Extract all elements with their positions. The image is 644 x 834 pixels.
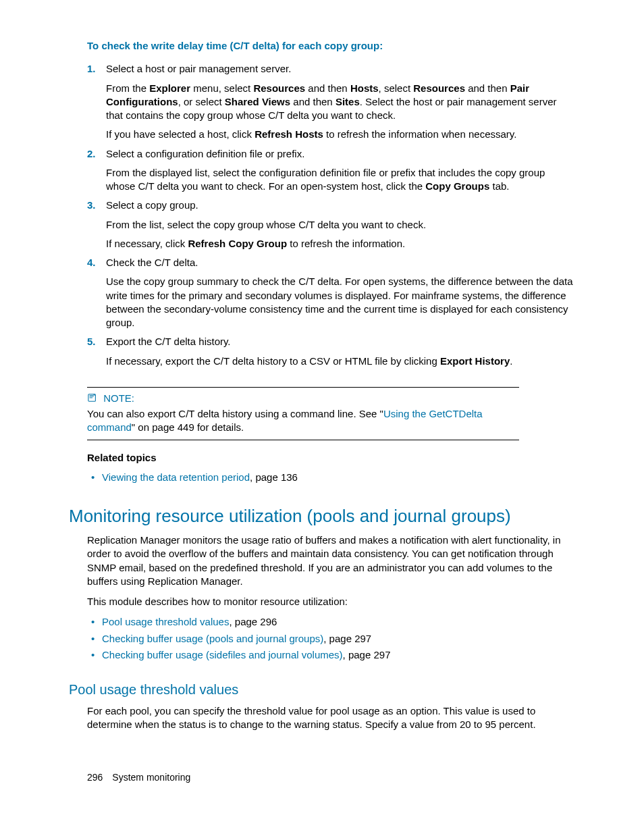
related-topics-heading: Related topics: [87, 451, 575, 465]
step-lead: Export the C/T delta history.: [106, 335, 575, 348]
heading-monitoring-resource-utilization: Monitoring resource utilization (pools a…: [69, 504, 575, 528]
bold-term: Copy Groups: [425, 180, 489, 192]
steps-list: 1.Select a host or pair management serve…: [87, 62, 575, 368]
step-number: 5.: [87, 335, 96, 348]
bold-term: Shared Views: [225, 96, 290, 107]
list-item: Pool usage threshold values, page 296: [87, 615, 575, 629]
step-item: 5.Export the C/T delta history.If necess…: [87, 335, 575, 368]
step-paragraph: If necessary, export the C/T delta histo…: [106, 355, 575, 368]
bold-term: Resources: [413, 82, 465, 94]
step-item: 3.Select a copy group.From the list, sel…: [87, 199, 575, 251]
step-paragraph: From the Explorer menu, select Resources…: [106, 82, 575, 123]
list-item: Checking buffer usage (pools and journal…: [87, 632, 575, 646]
note-text-pre: You can also export C/T delta history us…: [87, 408, 383, 419]
step-lead: Check the C/T delta.: [106, 256, 575, 269]
step-paragraph: Use the copy group summary to check the …: [106, 275, 575, 330]
bold-term: Explorer: [149, 82, 190, 94]
step-paragraph: From the displayed list, select the conf…: [106, 166, 575, 194]
step-item: 4.Check the C/T delta.Use the copy group…: [87, 256, 575, 330]
toc-link[interactable]: Checking buffer usage (pools and journal…: [102, 633, 323, 644]
step-item: 1.Select a host or pair management serve…: [87, 62, 575, 141]
bold-term: Hosts: [350, 82, 379, 94]
module-toc-list: Pool usage threshold values, page 296Che…: [87, 615, 575, 662]
related-link[interactable]: Viewing the data retention period: [102, 471, 250, 483]
procedure-heading: To check the write delay time (C/T delta…: [87, 39, 575, 53]
toc-link[interactable]: Pool usage threshold values: [102, 616, 229, 627]
bold-term: Refresh Copy Group: [188, 238, 287, 249]
step-number: 2.: [87, 147, 96, 161]
step-number: 1.: [87, 62, 96, 76]
note-rule-bottom: [87, 440, 519, 440]
heading-pool-usage-threshold: Pool usage threshold values: [69, 681, 575, 699]
step-number: 4.: [87, 256, 96, 269]
bold-term: Sites: [336, 96, 360, 107]
body-text: This module describes how to monitor res…: [87, 595, 575, 608]
step-paragraph: If you have selected a host, click Refre…: [106, 128, 575, 141]
step-paragraph: From the list, select the copy group who…: [106, 218, 575, 232]
step-number: 3.: [87, 199, 96, 212]
bold-term: Export History: [440, 355, 510, 367]
bold-term: Resources: [253, 82, 305, 94]
note-text-post: " on page 449 for details.: [132, 421, 244, 433]
step-lead: Select a copy group.: [106, 199, 575, 212]
page-number: 296: [87, 772, 103, 783]
step-lead: Select a host or pair management server.: [106, 62, 575, 76]
body-text: For each pool, you can specify the thres…: [87, 704, 575, 732]
list-item: Checking buffer usage (sidefiles and jou…: [87, 648, 575, 662]
page-footer: 296System monitoring: [87, 771, 190, 784]
note-label: NOTE:: [103, 392, 134, 404]
step-lead: Select a configuration definition file o…: [106, 147, 575, 161]
note-block: NOTE: You can also export C/T delta hist…: [87, 387, 519, 441]
step-item: 2.Select a configuration definition file…: [87, 147, 575, 194]
body-text: Replication Manager monitors the usage r…: [87, 533, 575, 588]
note-icon: [87, 392, 98, 406]
chapter-title: System monitoring: [112, 772, 190, 783]
related-topics-list: Viewing the data retention period, page …: [87, 471, 575, 484]
bold-term: Refresh Hosts: [254, 128, 323, 140]
list-item: Viewing the data retention period, page …: [87, 471, 575, 484]
step-paragraph: If necessary, click Refresh Copy Group t…: [106, 237, 575, 251]
toc-link[interactable]: Checking buffer usage (sidefiles and jou…: [102, 649, 343, 660]
